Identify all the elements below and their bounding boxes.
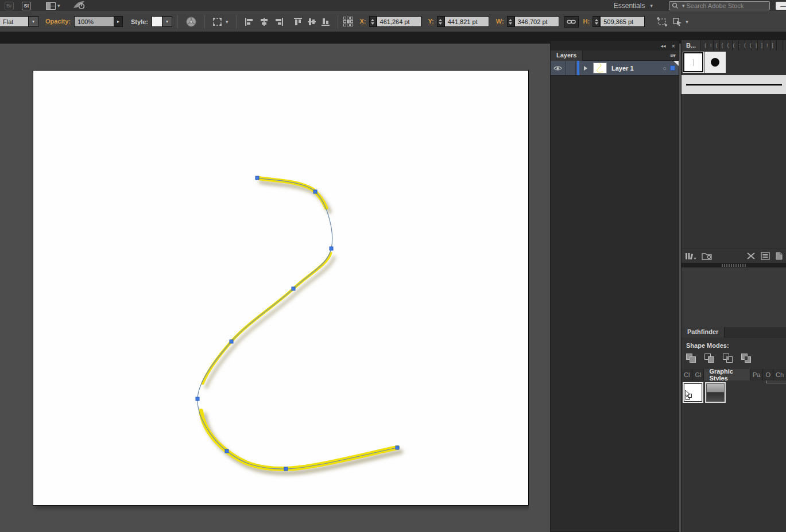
brush-libraries-menu-icon[interactable] xyxy=(685,252,696,260)
pathfinder-panel: Pathfinder Shape Modes: Ex xyxy=(682,327,786,368)
tab-brushes[interactable]: B... xyxy=(682,40,701,51)
layer-row[interactable]: Layer 1 ○ xyxy=(551,61,679,76)
chevron-down-icon: ▾ xyxy=(686,19,688,25)
style-default-cell[interactable] xyxy=(683,382,703,403)
brush-definition-dropdown-button[interactable]: ▾ xyxy=(29,16,38,27)
gradient-graphic-style[interactable] xyxy=(706,383,725,402)
bridge-icon[interactable]: Br xyxy=(5,2,14,10)
graphic-style-swatches xyxy=(682,380,786,405)
chevron-down-icon: ▾ xyxy=(682,3,685,9)
panel-menu-icon[interactable]: ≡▾ xyxy=(670,52,675,59)
align-right-button[interactable] xyxy=(272,15,286,29)
eye-icon xyxy=(553,65,562,71)
artboard[interactable] xyxy=(33,70,529,506)
default-graphic-style[interactable] xyxy=(684,383,702,402)
exclude-button[interactable] xyxy=(741,354,752,363)
align-top-button[interactable] xyxy=(291,15,305,29)
arrange-documents-icon xyxy=(46,2,56,10)
lock-toggle[interactable] xyxy=(566,61,576,75)
w-stepper[interactable] xyxy=(507,16,514,27)
panel-group-header: ◂◂ × xyxy=(551,41,679,51)
chevron-down-icon: ▾ xyxy=(650,3,653,9)
workspace-switcher-label: Essentials xyxy=(614,2,645,10)
x-stepper[interactable] xyxy=(369,16,377,27)
brush-basic[interactable] xyxy=(683,52,704,73)
empty-panel-area xyxy=(682,267,786,327)
h-stepper[interactable] xyxy=(593,16,600,27)
truncated-panel-tabs[interactable]: (!((((:((|]![ xyxy=(701,40,786,51)
align-middle-button[interactable] xyxy=(305,15,319,29)
layer-accent-bar xyxy=(577,61,579,75)
panel-resize-grip[interactable] xyxy=(682,263,786,267)
h-label: H: xyxy=(583,18,590,25)
libraries-panel-icon[interactable] xyxy=(702,252,713,260)
y-field[interactable]: 441,821 pt xyxy=(444,16,489,27)
separator xyxy=(204,15,205,29)
transform-button[interactable] xyxy=(654,15,670,29)
tab-graphic-styles[interactable]: Graphic Styles xyxy=(704,369,750,380)
tab-truncated-4[interactable]: O xyxy=(763,369,773,380)
separator xyxy=(236,15,237,29)
brush-round[interactable] xyxy=(704,52,726,73)
layers-tab-bar: Layers ≡▾ xyxy=(551,51,679,61)
visibility-toggle[interactable] xyxy=(551,61,566,75)
round-brush-icon xyxy=(711,58,719,67)
w-label: W: xyxy=(496,18,504,25)
intersect-button[interactable] xyxy=(723,354,733,363)
layer-thumbnail[interactable] xyxy=(593,63,607,73)
tab-truncated-2[interactable]: Gl xyxy=(692,369,704,380)
layers-panel: ◂◂ × Layers ≡▾ Layer 1 ○ xyxy=(550,40,679,532)
select-similar-button[interactable]: ▾ xyxy=(210,15,231,29)
tab-layers[interactable]: Layers xyxy=(551,51,583,61)
unite-button[interactable] xyxy=(686,354,696,363)
remove-brush-stroke-icon[interactable] xyxy=(746,252,756,260)
opacity-slider-button[interactable]: ▸ xyxy=(114,16,123,27)
minus-front-button[interactable] xyxy=(704,354,715,363)
align-bottom-button[interactable] xyxy=(319,15,332,29)
pasteboard-gap xyxy=(529,40,550,532)
options-of-selected-object-icon[interactable] xyxy=(761,252,770,260)
selection-indicator[interactable] xyxy=(670,65,675,71)
tab-truncated-5[interactable]: Ch xyxy=(773,369,786,380)
brush-swatches xyxy=(682,51,786,74)
workspace-switcher[interactable]: Essentials ▾ xyxy=(614,2,653,10)
w-field[interactable]: 346,702 pt xyxy=(514,16,559,27)
brush-line-preview[interactable] xyxy=(682,75,786,94)
close-panel-icon[interactable]: × xyxy=(672,42,675,49)
opacity-label[interactable]: Opacity: xyxy=(45,18,71,25)
window-minimize-button[interactable]: — xyxy=(776,2,786,10)
opacity-field[interactable]: 100% xyxy=(74,16,114,27)
style-gradient-cell[interactable] xyxy=(705,382,726,403)
constrain-proportions-button[interactable] xyxy=(564,16,579,28)
gpu-performance-icon[interactable] xyxy=(73,1,86,11)
tab-truncated-1[interactable]: Cl xyxy=(682,369,692,380)
h-field[interactable]: 509,365 pt xyxy=(600,16,645,27)
disclosure-triangle-icon[interactable] xyxy=(584,66,587,71)
x-field[interactable]: 461,264 pt xyxy=(377,16,421,27)
align-center-button[interactable] xyxy=(257,15,272,29)
reference-point-selector[interactable] xyxy=(343,17,353,26)
target-circle-icon[interactable]: ○ xyxy=(663,65,667,72)
select-similar-icon xyxy=(212,17,224,27)
layer-name[interactable]: Layer 1 xyxy=(611,65,634,72)
app-menubar: Br St ▾ Essentials ▾ ▾ Search Adobe Stoc… xyxy=(0,0,786,11)
isolate-selected-object-icon xyxy=(672,17,684,26)
isolate-selected-object-button[interactable]: ▾ xyxy=(670,15,691,29)
recolor-artwork-icon xyxy=(185,16,197,28)
new-brush-icon[interactable] xyxy=(775,252,783,260)
collapse-panel-icon[interactable]: ◂◂ xyxy=(661,43,666,49)
tab-pathfinder[interactable]: Pathfinder xyxy=(682,327,725,337)
graphic-styles-panel: Cl Gl Graphic Styles Pa O Ch xyxy=(682,369,786,405)
y-stepper[interactable] xyxy=(437,16,444,27)
style-dropdown-button[interactable]: ▾ xyxy=(162,16,172,27)
style-swatch[interactable] xyxy=(152,16,162,27)
tab-truncated-3[interactable]: Pa xyxy=(750,369,763,380)
brush-definition-field[interactable]: Flat xyxy=(0,16,29,27)
separator xyxy=(177,15,178,29)
arrange-documents-button[interactable]: ▾ xyxy=(46,2,60,10)
chevron-down-icon: ▾ xyxy=(57,3,60,9)
align-left-button[interactable] xyxy=(242,15,257,29)
stock-search-field[interactable]: ▾ Search Adobe Stock xyxy=(669,1,770,10)
adobe-stock-icon[interactable]: St xyxy=(22,2,31,10)
recolor-artwork-button[interactable] xyxy=(183,15,199,29)
